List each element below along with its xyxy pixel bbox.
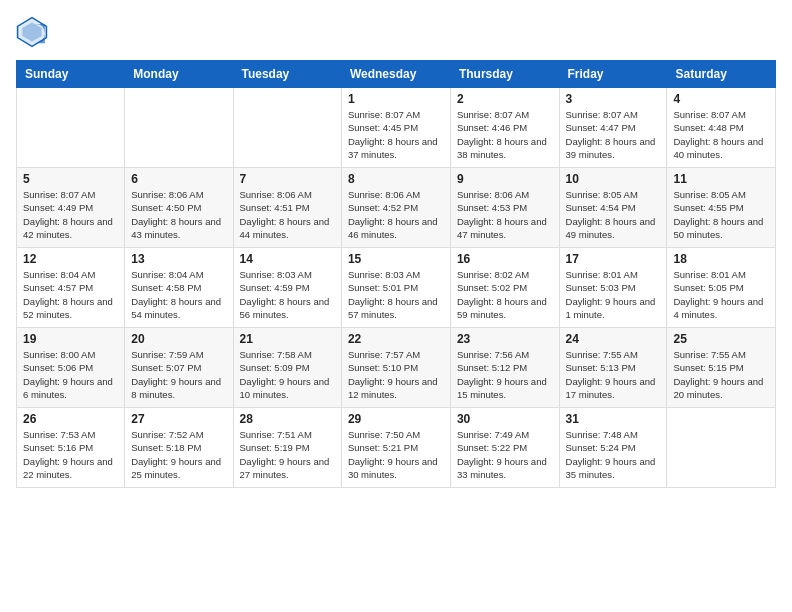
day-number: 10 <box>566 172 661 186</box>
day-number: 21 <box>240 332 335 346</box>
day-cell <box>125 88 233 168</box>
day-cell: 6Sunrise: 8:06 AM Sunset: 4:50 PM Daylig… <box>125 168 233 248</box>
day-cell: 1Sunrise: 8:07 AM Sunset: 4:45 PM Daylig… <box>341 88 450 168</box>
day-number: 31 <box>566 412 661 426</box>
day-info: Sunrise: 7:52 AM Sunset: 5:18 PM Dayligh… <box>131 428 226 481</box>
day-number: 13 <box>131 252 226 266</box>
day-number: 11 <box>673 172 769 186</box>
day-info: Sunrise: 8:05 AM Sunset: 4:54 PM Dayligh… <box>566 188 661 241</box>
weekday-header-row: SundayMondayTuesdayWednesdayThursdayFrid… <box>17 61 776 88</box>
day-info: Sunrise: 8:06 AM Sunset: 4:52 PM Dayligh… <box>348 188 444 241</box>
day-cell <box>233 88 341 168</box>
day-info: Sunrise: 7:55 AM Sunset: 5:15 PM Dayligh… <box>673 348 769 401</box>
day-number: 15 <box>348 252 444 266</box>
day-cell: 2Sunrise: 8:07 AM Sunset: 4:46 PM Daylig… <box>450 88 559 168</box>
day-info: Sunrise: 8:07 AM Sunset: 4:48 PM Dayligh… <box>673 108 769 161</box>
day-cell: 5Sunrise: 8:07 AM Sunset: 4:49 PM Daylig… <box>17 168 125 248</box>
day-cell: 10Sunrise: 8:05 AM Sunset: 4:54 PM Dayli… <box>559 168 667 248</box>
logo <box>16 16 52 48</box>
day-info: Sunrise: 7:56 AM Sunset: 5:12 PM Dayligh… <box>457 348 553 401</box>
week-row-5: 26Sunrise: 7:53 AM Sunset: 5:16 PM Dayli… <box>17 408 776 488</box>
day-info: Sunrise: 7:51 AM Sunset: 5:19 PM Dayligh… <box>240 428 335 481</box>
day-cell: 25Sunrise: 7:55 AM Sunset: 5:15 PM Dayli… <box>667 328 776 408</box>
day-number: 29 <box>348 412 444 426</box>
day-cell: 18Sunrise: 8:01 AM Sunset: 5:05 PM Dayli… <box>667 248 776 328</box>
day-number: 5 <box>23 172 118 186</box>
day-cell: 11Sunrise: 8:05 AM Sunset: 4:55 PM Dayli… <box>667 168 776 248</box>
day-cell: 19Sunrise: 8:00 AM Sunset: 5:06 PM Dayli… <box>17 328 125 408</box>
day-number: 19 <box>23 332 118 346</box>
day-info: Sunrise: 8:02 AM Sunset: 5:02 PM Dayligh… <box>457 268 553 321</box>
day-cell: 27Sunrise: 7:52 AM Sunset: 5:18 PM Dayli… <box>125 408 233 488</box>
day-number: 1 <box>348 92 444 106</box>
day-cell: 8Sunrise: 8:06 AM Sunset: 4:52 PM Daylig… <box>341 168 450 248</box>
day-info: Sunrise: 8:04 AM Sunset: 4:58 PM Dayligh… <box>131 268 226 321</box>
day-number: 8 <box>348 172 444 186</box>
day-number: 6 <box>131 172 226 186</box>
day-number: 23 <box>457 332 553 346</box>
day-cell <box>667 408 776 488</box>
day-info: Sunrise: 7:55 AM Sunset: 5:13 PM Dayligh… <box>566 348 661 401</box>
day-number: 20 <box>131 332 226 346</box>
weekday-header-monday: Monday <box>125 61 233 88</box>
day-number: 16 <box>457 252 553 266</box>
logo-icon <box>16 16 48 48</box>
day-number: 27 <box>131 412 226 426</box>
day-cell: 24Sunrise: 7:55 AM Sunset: 5:13 PM Dayli… <box>559 328 667 408</box>
day-cell: 26Sunrise: 7:53 AM Sunset: 5:16 PM Dayli… <box>17 408 125 488</box>
day-info: Sunrise: 8:03 AM Sunset: 5:01 PM Dayligh… <box>348 268 444 321</box>
week-row-3: 12Sunrise: 8:04 AM Sunset: 4:57 PM Dayli… <box>17 248 776 328</box>
day-number: 28 <box>240 412 335 426</box>
day-info: Sunrise: 8:07 AM Sunset: 4:45 PM Dayligh… <box>348 108 444 161</box>
day-number: 3 <box>566 92 661 106</box>
day-number: 14 <box>240 252 335 266</box>
day-number: 25 <box>673 332 769 346</box>
day-info: Sunrise: 8:06 AM Sunset: 4:51 PM Dayligh… <box>240 188 335 241</box>
day-number: 2 <box>457 92 553 106</box>
day-cell: 9Sunrise: 8:06 AM Sunset: 4:53 PM Daylig… <box>450 168 559 248</box>
day-cell: 3Sunrise: 8:07 AM Sunset: 4:47 PM Daylig… <box>559 88 667 168</box>
day-info: Sunrise: 8:06 AM Sunset: 4:53 PM Dayligh… <box>457 188 553 241</box>
day-info: Sunrise: 7:49 AM Sunset: 5:22 PM Dayligh… <box>457 428 553 481</box>
day-info: Sunrise: 7:58 AM Sunset: 5:09 PM Dayligh… <box>240 348 335 401</box>
day-cell: 15Sunrise: 8:03 AM Sunset: 5:01 PM Dayli… <box>341 248 450 328</box>
day-info: Sunrise: 7:48 AM Sunset: 5:24 PM Dayligh… <box>566 428 661 481</box>
day-number: 12 <box>23 252 118 266</box>
day-info: Sunrise: 8:06 AM Sunset: 4:50 PM Dayligh… <box>131 188 226 241</box>
day-info: Sunrise: 8:00 AM Sunset: 5:06 PM Dayligh… <box>23 348 118 401</box>
day-cell: 14Sunrise: 8:03 AM Sunset: 4:59 PM Dayli… <box>233 248 341 328</box>
day-info: Sunrise: 7:53 AM Sunset: 5:16 PM Dayligh… <box>23 428 118 481</box>
day-cell: 21Sunrise: 7:58 AM Sunset: 5:09 PM Dayli… <box>233 328 341 408</box>
day-info: Sunrise: 8:01 AM Sunset: 5:03 PM Dayligh… <box>566 268 661 321</box>
day-cell: 30Sunrise: 7:49 AM Sunset: 5:22 PM Dayli… <box>450 408 559 488</box>
day-number: 4 <box>673 92 769 106</box>
day-cell <box>17 88 125 168</box>
day-info: Sunrise: 8:07 AM Sunset: 4:49 PM Dayligh… <box>23 188 118 241</box>
weekday-header-sunday: Sunday <box>17 61 125 88</box>
day-number: 17 <box>566 252 661 266</box>
day-info: Sunrise: 8:07 AM Sunset: 4:47 PM Dayligh… <box>566 108 661 161</box>
weekday-header-saturday: Saturday <box>667 61 776 88</box>
weekday-header-wednesday: Wednesday <box>341 61 450 88</box>
day-number: 26 <box>23 412 118 426</box>
week-row-4: 19Sunrise: 8:00 AM Sunset: 5:06 PM Dayli… <box>17 328 776 408</box>
day-cell: 17Sunrise: 8:01 AM Sunset: 5:03 PM Dayli… <box>559 248 667 328</box>
page-header <box>16 16 776 48</box>
day-number: 18 <box>673 252 769 266</box>
day-info: Sunrise: 7:50 AM Sunset: 5:21 PM Dayligh… <box>348 428 444 481</box>
day-info: Sunrise: 8:07 AM Sunset: 4:46 PM Dayligh… <box>457 108 553 161</box>
day-cell: 16Sunrise: 8:02 AM Sunset: 5:02 PM Dayli… <box>450 248 559 328</box>
day-number: 30 <box>457 412 553 426</box>
day-info: Sunrise: 7:57 AM Sunset: 5:10 PM Dayligh… <box>348 348 444 401</box>
day-cell: 31Sunrise: 7:48 AM Sunset: 5:24 PM Dayli… <box>559 408 667 488</box>
day-cell: 28Sunrise: 7:51 AM Sunset: 5:19 PM Dayli… <box>233 408 341 488</box>
day-cell: 4Sunrise: 8:07 AM Sunset: 4:48 PM Daylig… <box>667 88 776 168</box>
day-number: 9 <box>457 172 553 186</box>
week-row-1: 1Sunrise: 8:07 AM Sunset: 4:45 PM Daylig… <box>17 88 776 168</box>
day-info: Sunrise: 8:04 AM Sunset: 4:57 PM Dayligh… <box>23 268 118 321</box>
day-cell: 7Sunrise: 8:06 AM Sunset: 4:51 PM Daylig… <box>233 168 341 248</box>
day-info: Sunrise: 8:01 AM Sunset: 5:05 PM Dayligh… <box>673 268 769 321</box>
weekday-header-friday: Friday <box>559 61 667 88</box>
day-cell: 12Sunrise: 8:04 AM Sunset: 4:57 PM Dayli… <box>17 248 125 328</box>
week-row-2: 5Sunrise: 8:07 AM Sunset: 4:49 PM Daylig… <box>17 168 776 248</box>
